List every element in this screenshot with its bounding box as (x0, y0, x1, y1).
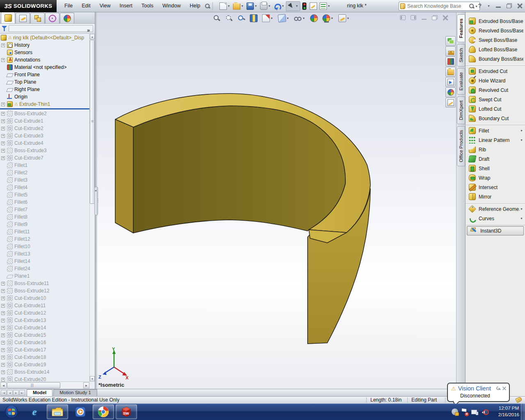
feature-draft-button[interactable]: Draft (466, 154, 525, 164)
wrench-settings-icon[interactable] (496, 386, 500, 390)
tab-model[interactable]: Model (27, 389, 52, 396)
tree-item-fillet24[interactable]: Fillet24 (0, 265, 89, 272)
dropdown-caret-icon[interactable] (520, 129, 523, 132)
tree-item-cut-extrude14[interactable]: Cut-Extrude14 (0, 324, 89, 331)
help-caret-icon[interactable] (487, 5, 491, 7)
tree-item-fillet9[interactable]: Fillet9 (0, 221, 89, 228)
feature-linear-pattern-button[interactable]: Linear Pattern (466, 135, 525, 145)
tab-evaluate[interactable]: Evaluate (457, 68, 465, 95)
display-manager-tab[interactable] (60, 13, 74, 23)
vertical-scroll-thumb[interactable] (90, 40, 95, 204)
display-style-button[interactable] (277, 14, 291, 23)
expander-icon[interactable] (1, 326, 5, 330)
tag-icon[interactable] (515, 397, 522, 403)
dimxpert-tab[interactable] (45, 13, 59, 23)
tree-item-fillet8[interactable]: Fillet8 (0, 213, 89, 221)
scroll-left-arrow-icon[interactable] (0, 382, 7, 388)
tab-dimxpert[interactable]: DimXpert (457, 96, 465, 124)
feature-fillet-button[interactable]: Fillet (466, 126, 525, 135)
expander-icon[interactable] (1, 127, 5, 130)
popup-close-icon[interactable] (502, 386, 507, 390)
expander-icon[interactable] (1, 363, 5, 367)
scroll-up-arrow-icon[interactable] (90, 34, 95, 39)
expander-icon[interactable] (1, 134, 5, 138)
tree-item-fillet3[interactable]: Fillet3 (0, 176, 89, 184)
solidworks-taskbar-button[interactable]: SW (116, 404, 137, 419)
start-button[interactable] (1, 404, 22, 419)
expander-icon[interactable] (1, 142, 5, 145)
knowledge-base-search[interactable] (399, 2, 480, 11)
internet-explorer-button[interactable]: e (24, 404, 45, 419)
feature-shell-button[interactable]: Shell (466, 164, 525, 173)
graphics-viewport[interactable] (97, 12, 456, 389)
tree-item-fillet10[interactable]: Fillet10 (0, 243, 89, 250)
tree-item-plane1[interactable]: Plane1 (0, 272, 89, 280)
view-menu[interactable]: View (95, 0, 115, 12)
feature-lofted-cut-button[interactable]: Lofted Cut (466, 104, 525, 114)
tree-item-front-plane[interactable]: Front Plane (0, 71, 89, 78)
expander-icon[interactable] (1, 103, 5, 106)
tree-item-right-plane[interactable]: Right Plane (0, 86, 89, 93)
tree-item-fillet1[interactable]: Fillet1 (0, 162, 89, 169)
windows-media-player-button[interactable] (70, 404, 91, 419)
split-pane-right-icon[interactable] (411, 15, 416, 20)
minimize-button[interactable] (496, 3, 501, 8)
expander-icon[interactable] (1, 311, 5, 315)
volume-muted-icon[interactable] (482, 409, 489, 415)
previous-tab-icon[interactable]: ◀ (7, 390, 13, 395)
feature-reference-geome-button[interactable]: Reference Geome... (466, 204, 525, 214)
design-library-button[interactable] (445, 57, 456, 66)
tree-item-cut-extrude11[interactable]: Cut-Extrude11 (0, 302, 89, 309)
expander-icon[interactable] (1, 304, 5, 308)
feature-extruded-boss-base-button[interactable]: Extruded Boss/Base (466, 16, 525, 26)
split-pane-left-icon[interactable] (400, 15, 406, 20)
rollback-bar[interactable] (0, 108, 89, 110)
feature-revolved-boss-base-button[interactable]: Revolved Boss/Base (466, 26, 525, 35)
tree-item-fillet7[interactable]: Fillet7 (0, 206, 89, 213)
tree-item-cut-extrude18[interactable]: Cut-Extrude18 (0, 354, 89, 361)
tree-item-fillet5[interactable]: Fillet5 (0, 191, 89, 199)
dropdown-caret-icon[interactable] (240, 5, 244, 7)
zoom-area-button[interactable] (224, 14, 234, 23)
configuration-manager-tab[interactable] (30, 13, 45, 23)
tab-office-products[interactable]: Office Products (457, 126, 465, 166)
tree-item-cut-extrude1[interactable]: Cut-Extrude1 (0, 117, 89, 125)
window-menu[interactable]: Window (158, 0, 185, 12)
expander-icon[interactable] (1, 112, 5, 116)
tree-item-root-part[interactable]: ring klk (Default<<Default>_Disp (0, 34, 89, 41)
tree-item-cut-extrude15[interactable]: Cut-Extrude15 (0, 331, 89, 339)
feature-rib-button[interactable]: Rib (466, 145, 525, 154)
dropdown-caret-icon[interactable] (520, 217, 523, 220)
feature-extruded-cut-button[interactable]: Extruded Cut (466, 66, 525, 76)
expander-icon[interactable] (1, 297, 5, 300)
tree-item-cut-extrude2[interactable]: Cut-Extrude2 (0, 125, 89, 132)
open-button[interactable] (232, 1, 245, 11)
tree-item-material-not-specified[interactable]: Material <not specified> (0, 64, 89, 71)
tree-item-boss-extrude14[interactable]: Boss-Extrude14 (0, 368, 89, 376)
tree-item-extrude-thin1[interactable]: Extrude-Thin1 (0, 100, 89, 108)
expander-icon[interactable] (1, 289, 5, 293)
custom-properties-button[interactable] (445, 98, 456, 107)
dropdown-caret-icon[interactable] (281, 5, 285, 7)
tree-item-fillet12[interactable]: Fillet12 (0, 235, 89, 243)
feature-instant3d-button[interactable]: Instant3D (467, 226, 524, 235)
feature-mirror-button[interactable]: Mirror (466, 192, 525, 201)
tree-item-fillet2[interactable]: Fillet2 (0, 169, 89, 176)
expander-icon[interactable] (1, 378, 5, 381)
tree-item-cut-extrude13[interactable]: Cut-Extrude13 (0, 317, 89, 324)
expander-icon[interactable] (1, 149, 5, 153)
forum-button[interactable] (445, 36, 456, 46)
tab-motion-study[interactable]: Motion Study 1 (53, 389, 97, 396)
restore-button[interactable] (507, 3, 512, 8)
tree-item-top-plane[interactable]: Top Plane (0, 78, 89, 86)
tab-features[interactable]: Features (457, 14, 465, 42)
feature-boundary-cut-button[interactable]: Boundary Cut (466, 114, 525, 123)
tree-item-boss-extrude11[interactable]: Boss-Extrude11 (0, 280, 89, 287)
scroll-right-arrow-icon[interactable] (83, 382, 89, 388)
feature-boundary-boss-base-button[interactable]: Boundary Boss/Base (466, 54, 525, 64)
scroll-down-arrow-icon[interactable] (90, 376, 95, 381)
dropdown-caret-icon[interactable] (227, 5, 231, 7)
expander-icon[interactable] (1, 43, 5, 47)
tools-menu[interactable]: Tools (137, 0, 158, 12)
dropdown-caret-icon[interactable] (286, 17, 290, 20)
